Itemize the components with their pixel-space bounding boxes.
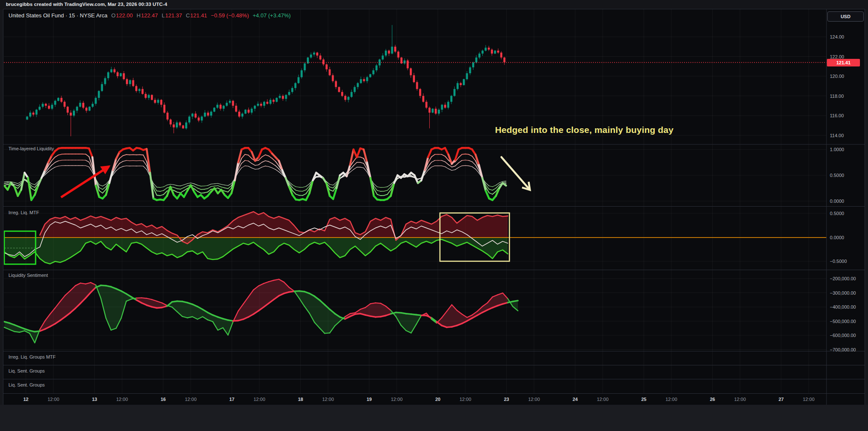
price-tick-pane1[interactable]: 124.00 (830, 34, 844, 39)
price-tick-pane4[interactable]: −600,000.00 (830, 333, 856, 338)
time-tick[interactable]: 12:00 (116, 397, 128, 402)
ohlc-low: L121.37 (161, 12, 182, 19)
ohlc-close: C121.41 (186, 12, 207, 19)
price-tick-pane4[interactable]: −700,000.00 (830, 347, 856, 352)
price-tick-pane4[interactable]: −500,000.00 (830, 319, 856, 324)
time-tick[interactable]: 16 (161, 397, 166, 402)
time-tick[interactable]: 20 (435, 397, 440, 402)
time-tick[interactable]: 12:00 (665, 397, 677, 402)
pane-label-1: Irreg. Liq. MTF (8, 210, 39, 215)
drawing-text-note[interactable]: Hedged into the close, mainly buying day (495, 125, 673, 135)
time-tick[interactable]: 12:00 (253, 397, 265, 402)
chart-plot-area[interactable] (0, 0, 868, 431)
price-tick-pane1[interactable]: 116.00 (830, 113, 844, 118)
last-price-label: 121.41 (827, 59, 860, 66)
time-tick[interactable]: 12:00 (185, 397, 197, 402)
time-tick[interactable]: 24 (573, 397, 578, 402)
time-tick[interactable]: 17 (229, 397, 234, 402)
time-tick[interactable]: 12:00 (597, 397, 609, 402)
price-tick-pane1[interactable]: 122.00 (830, 54, 844, 59)
price-tick-pane1[interactable]: 120.00 (830, 74, 844, 79)
time-tick[interactable]: 23 (504, 397, 509, 402)
price-tick-pane3[interactable]: −0.5000 (830, 259, 847, 264)
price-tick-pane1[interactable]: 114.00 (830, 133, 844, 138)
symbol-header[interactable]: United States Oil Fund · 15 · NYSE Arca … (8, 12, 291, 19)
footer-bar: TradingView (0, 405, 868, 431)
time-tick[interactable]: 12:00 (391, 397, 403, 402)
price-tick-pane3[interactable]: 0.0000 (830, 235, 844, 240)
time-tick[interactable]: 12:00 (734, 397, 746, 402)
pane-label-5: Liq. Sent. Groups (8, 382, 45, 387)
currency-toggle-button[interactable]: USD (827, 11, 864, 22)
ohlc-open: O122.00 (111, 12, 133, 19)
pane-label-4: Liq. Sent. Groups (8, 368, 45, 373)
price-tick-pane2[interactable]: 0.0000 (830, 199, 844, 204)
time-tick[interactable]: 26 (710, 397, 715, 402)
price-tick-pane4[interactable]: −300,000.00 (830, 290, 856, 296)
time-tick[interactable]: 12:00 (528, 397, 540, 402)
price-tick-pane2[interactable]: 1.0000 (830, 147, 844, 152)
price-tick-pane3[interactable]: 0.5000 (830, 211, 844, 216)
time-tick[interactable]: 12:00 (322, 397, 334, 402)
pane-label-3: Irreg. Liq. Groups MTF (8, 354, 56, 359)
change-percent-alt: +4.07 (+3.47%) (253, 12, 291, 19)
time-tick[interactable]: 19 (367, 397, 372, 402)
price-tick-pane2[interactable]: 0.5000 (830, 173, 844, 178)
time-tick[interactable]: 18 (298, 397, 303, 402)
ohlc-high: H122.47 (136, 12, 158, 19)
time-tick[interactable]: 13 (92, 397, 97, 402)
time-tick[interactable]: 12:00 (459, 397, 471, 402)
chart-widget[interactable]: United States Oil Fund · 15 · NYSE Arca … (3, 9, 865, 405)
price-tick-pane4[interactable]: −200,000.00 (830, 276, 856, 281)
tradingview-snapshot: brucegibbs created with TradingView.com,… (0, 0, 868, 431)
price-tick-pane4[interactable]: −400,000.00 (830, 304, 856, 309)
time-tick[interactable]: 25 (641, 397, 646, 402)
pane-label-0: Time-layered Liquidity (8, 146, 54, 151)
change-value: −0.59 (−0.48%) (211, 12, 249, 19)
time-tick[interactable]: 12:00 (803, 397, 815, 402)
price-tick-pane1[interactable]: 118.00 (830, 94, 844, 99)
time-tick[interactable]: 27 (779, 397, 784, 402)
time-tick[interactable]: 12:00 (47, 397, 59, 402)
time-tick[interactable]: 12 (23, 397, 28, 402)
symbol-title[interactable]: United States Oil Fund · 15 · NYSE Arca (8, 12, 107, 19)
pane-label-2: Liquidity Sentiment (8, 273, 48, 278)
